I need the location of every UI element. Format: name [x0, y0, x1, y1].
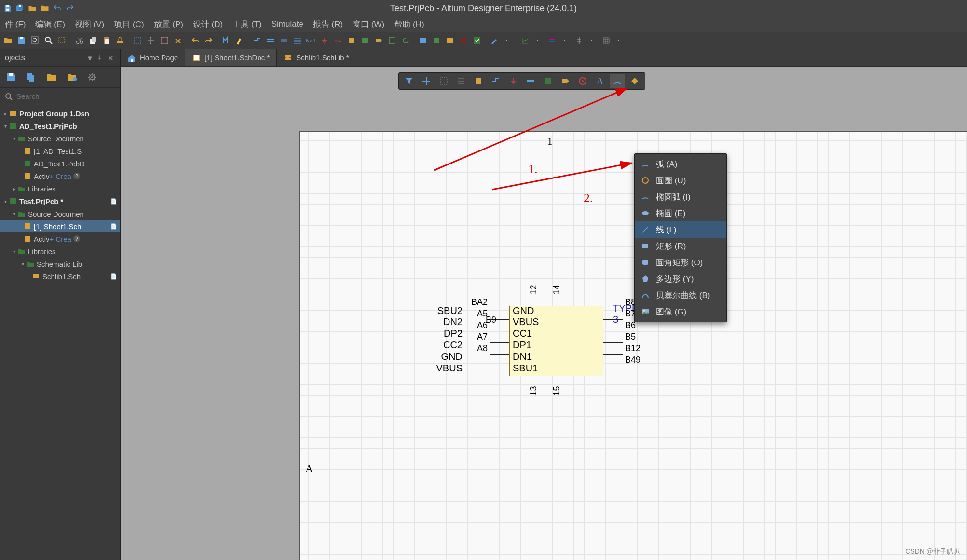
tb-vcc[interactable]: Vcc [332, 34, 344, 47]
tb-netlabel[interactable]: Net1 [305, 34, 317, 47]
tb-grid[interactable] [220, 34, 232, 47]
ftb-filter[interactable] [402, 74, 416, 88]
tb-sheet[interactable] [359, 34, 371, 47]
tb-align[interactable] [573, 34, 586, 47]
ctx-rect[interactable]: 矩形 (R) [635, 238, 726, 254]
ctx-bezier[interactable]: 贝塞尔曲线 (B) [635, 287, 726, 303]
panel-folder-icon[interactable] [45, 71, 58, 83]
pin-left[interactable]: A6 [490, 331, 509, 331]
tree-p2-schlib1[interactable]: Schlib1.Sch📄 [0, 270, 120, 283]
pin-right[interactable]: B12 [603, 354, 623, 355]
folder-open-icon[interactable] [27, 3, 38, 14]
schematic-sheet[interactable]: 12 A TYPEC-3 12 14 BA2GND A5VBUS B9 A6CC… [299, 131, 967, 560]
tb-move[interactable] [145, 34, 157, 47]
ctx-arc[interactable]: 弧 (A) [635, 156, 726, 172]
menu-file[interactable]: 件 (F) [0, 17, 30, 32]
ctx-image[interactable]: 图像 (G)... [635, 303, 726, 320]
tb-grid-tog[interactable] [600, 34, 613, 47]
canvas[interactable]: A 12 A TYPEC-3 12 14 BA2GND A5VBUS B9 A6… [121, 67, 967, 560]
tb-bus[interactable] [264, 34, 277, 47]
pin-left[interactable]: A8 [490, 354, 509, 355]
menu-window[interactable]: 窗口 (W) [348, 17, 389, 32]
panel-compile-icon[interactable] [25, 71, 38, 83]
undo-icon[interactable] [52, 3, 63, 14]
pin-right[interactable]: B8 [603, 308, 623, 308]
save-all-icon[interactable] [14, 3, 25, 14]
panel-save-icon[interactable] [5, 71, 17, 83]
save-icon[interactable] [2, 3, 13, 14]
menu-simulate[interactable]: Simulate [267, 17, 308, 31]
tree-p1-pcb[interactable]: AD_Test1.PcbD [0, 157, 120, 170]
tb-dropdown2[interactable] [532, 34, 545, 47]
tb-comp2[interactable] [430, 34, 443, 47]
tree-p1-src[interactable]: ▾Source Documen [0, 132, 120, 145]
tab-home[interactable]: Home Page [121, 49, 185, 66]
panel-folder2-icon[interactable] [66, 71, 78, 83]
tb-bus-entry[interactable] [278, 34, 290, 47]
panel-close-icon[interactable]: ✕ [108, 54, 115, 62]
tb-zoom-area[interactable] [42, 34, 55, 47]
tree-p1[interactable]: ▾AD_Test1.PrjPcb [0, 120, 120, 132]
help-icon[interactable]: ? [73, 173, 80, 179]
tree-group[interactable]: ▸Project Group 1.Dsn [0, 107, 120, 120]
ctx-earc[interactable]: 椭圆弧 (I) [635, 189, 726, 205]
redo-icon[interactable] [65, 3, 75, 14]
tb-port[interactable] [372, 34, 385, 47]
pin-right[interactable]: B7 [603, 319, 623, 320]
ctx-circle[interactable]: 圆圈 (U) [635, 172, 726, 189]
ctx-polygon[interactable]: 多边形 (Y) [635, 271, 726, 287]
pin-right[interactable]: B6 [603, 331, 623, 331]
tb-harness[interactable] [291, 34, 304, 47]
tb-device[interactable] [386, 34, 398, 47]
tb-pencil[interactable] [488, 34, 501, 47]
menu-place[interactable]: 放置 (P) [149, 17, 188, 32]
tb-layer[interactable] [546, 34, 558, 47]
tree-p2-activ[interactable]: Activ+ Crea? [0, 232, 120, 245]
tb-refresh[interactable] [399, 34, 412, 47]
tb-wire[interactable] [251, 34, 263, 47]
folder-icon[interactable] [40, 3, 50, 14]
tab-schlib[interactable]: Schlib1.SchLib * [277, 49, 356, 66]
panel-search[interactable] [0, 88, 120, 105]
tb-dropdown3[interactable] [559, 34, 572, 47]
ctx-roundrect[interactable]: 圆角矩形 (O) [635, 254, 726, 271]
tb-open[interactable] [2, 34, 14, 47]
panel-dropdown-icon[interactable]: ▼ [86, 54, 94, 62]
tree-p2[interactable]: ▾Test.PrjPcb *📄 [0, 195, 120, 207]
tb-deselect[interactable] [158, 34, 171, 47]
help-icon[interactable]: ? [73, 235, 80, 242]
tb-clear[interactable] [172, 34, 184, 47]
search-input[interactable] [16, 92, 115, 100]
tb-highlight[interactable] [233, 34, 246, 47]
pin-left[interactable]: BA2 [490, 308, 509, 308]
tb-redo2[interactable] [203, 34, 215, 47]
tb-stamp[interactable] [114, 34, 126, 47]
tb-dropdown4[interactable] [586, 34, 599, 47]
panel-pin-icon[interactable] [97, 54, 105, 62]
tb-paste[interactable] [100, 34, 113, 47]
tb-comp3[interactable] [444, 34, 456, 47]
tree-p1-activ[interactable]: Activ+ Crea? [0, 170, 120, 182]
tree-p2-schlib-folder[interactable]: ▾Schematic Lib [0, 258, 120, 270]
tb-gnd[interactable] [318, 34, 331, 47]
pin-right[interactable]: B49 [603, 366, 623, 366]
tb-zoom-sel[interactable] [56, 34, 68, 47]
tb-compile[interactable] [471, 34, 483, 47]
tb-part[interactable] [345, 34, 358, 47]
tb-save[interactable] [15, 34, 28, 47]
ctx-ellipse[interactable]: 椭圆 (E) [635, 205, 726, 221]
tree-p1-sch[interactable]: [1] AD_Test1.S [0, 145, 120, 157]
tb-cut[interactable] [73, 34, 86, 47]
tab-sheet[interactable]: [1] Sheet1.SchDoc * [185, 49, 277, 66]
tb-dropdown5[interactable] [613, 34, 626, 47]
pin-right[interactable]: B5 [603, 342, 623, 343]
tb-chart[interactable] [519, 34, 531, 47]
tb-undo2[interactable] [189, 34, 202, 47]
tb-dropdown1[interactable] [502, 34, 514, 47]
tree-p2-lib[interactable]: ▾Libraries [0, 245, 120, 258]
ctx-line[interactable]: 线 (L) [635, 221, 726, 238]
tree-p2-sch[interactable]: [1] Sheet1.Sch📄 [0, 220, 120, 232]
tb-zoom-fit[interactable] [29, 34, 41, 47]
tb-copy[interactable] [87, 34, 99, 47]
pin-left[interactable]: A7 [490, 342, 509, 343]
